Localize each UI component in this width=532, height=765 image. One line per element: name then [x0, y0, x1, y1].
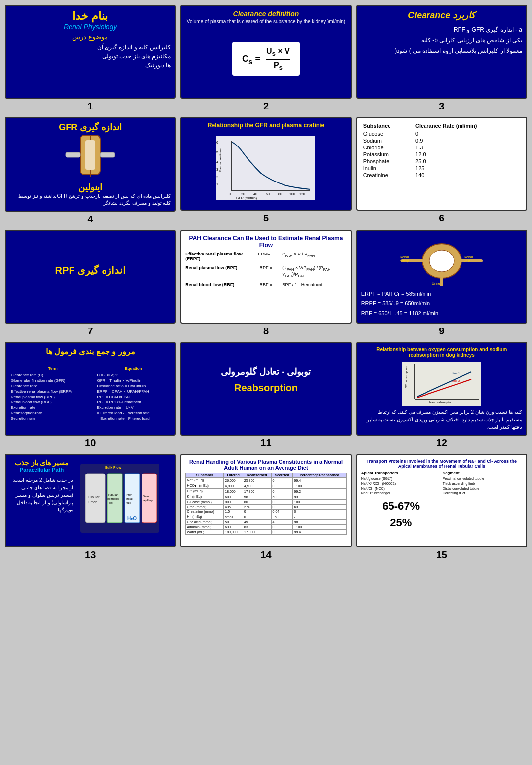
slide-10: مرور و جمع بندی فرمول ها Term Equation C… — [5, 342, 176, 436]
slide-7: اندازه گیری RPF — [5, 230, 176, 324]
slide-8-formula-2: (UPAH × V/PPAH) / (PPAH - VPAH)/PPAH — [282, 265, 347, 278]
slide-14-th-substance: Substance — [186, 473, 224, 478]
slide-6-col-substance: Substance — [361, 122, 413, 130]
list-item: Na⁺/K⁺/2Cl⁻ (NKCC2) — [361, 481, 441, 486]
svg-text:120: 120 — [299, 192, 305, 196]
slide-wrapper-15: Transport Proteins Involved in the Movem… — [356, 454, 527, 561]
slide-number-14: 14 — [180, 549, 351, 561]
slide-13-diagram: Tubular lumen Tubular epithelial cell In… — [75, 459, 171, 540]
svg-text:Renal: Renal — [400, 255, 409, 259]
slide-14-th-secreted: Secreted — [271, 473, 293, 478]
slide-6: Substance Clearance Rate (ml/min) Glucos… — [356, 117, 527, 211]
slide-2-denominator: Ps — [274, 60, 283, 71]
table-row: Glomerular filtration rate (GFR)GFR = Ti… — [10, 378, 171, 383]
slide-15-col-header-apical: Apical Transporters — [361, 471, 441, 475]
slide-number-15: 15 — [356, 549, 527, 561]
slide-15-left: Apical Transporters Na⁺/glucose (SGLT) N… — [361, 471, 441, 533]
slide-15-segment-list: Proximal convoluted tubule Thick ascendi… — [443, 476, 522, 496]
svg-text:Na+ reabsorption: Na+ reabsorption — [429, 401, 452, 404]
slide-8: PAH Clearance Can Be Used to Estimate Re… — [180, 230, 351, 324]
table-row: Water (mL)180,000179,000099.4 — [186, 530, 346, 535]
slide-13-subtitle: Paracellular Path — [10, 467, 73, 473]
svg-text:H₂O: H₂O — [127, 516, 137, 521]
slide-number-7: 7 — [5, 326, 176, 337]
svg-text:lumen: lumen — [88, 500, 97, 504]
svg-text:5: 5 — [216, 150, 218, 154]
svg-text:80: 80 — [278, 192, 282, 196]
slide-14-title: Renal Handling of Various Plasma Constit… — [185, 459, 346, 471]
slide-5-title: Relationship the GFR and plasma cratinie — [185, 122, 346, 129]
svg-text:3: 3 — [216, 168, 218, 171]
slide-1-subject: موضوع درس — [10, 34, 171, 41]
list-item: Na⁺/Cl⁻ (NCC) — [361, 486, 441, 491]
table-row: Inulin125 — [361, 165, 522, 172]
svg-text:GFR (ml/min): GFR (ml/min) — [236, 196, 257, 200]
svg-text:4: 4 — [216, 160, 218, 164]
slide-14: Renal Handling of Various Plasma Constit… — [180, 454, 351, 547]
slide-11-title: توبولی - تعادل گلومرولی — [185, 366, 346, 377]
table-row: Urea (mmol)435274063 — [186, 505, 346, 510]
svg-text:Line 2: Line 2 — [452, 379, 460, 382]
slide-number-8: 8 — [180, 326, 351, 337]
slide-8-row-3: Renal blood flow (RBF) RBF = RPF / 1 - H… — [185, 282, 346, 287]
svg-text:100: 100 — [289, 192, 295, 196]
slide-number-4: 4 — [5, 214, 176, 225]
slide-number-3: 3 — [356, 101, 527, 112]
slide-6-table: Substance Clearance Rate (ml/min) Glucos… — [361, 122, 522, 179]
slide-8-label-3: Renal blood flow (RBF) — [185, 282, 250, 287]
svg-text:artery: artery — [400, 259, 409, 263]
svg-text:cell: cell — [109, 501, 113, 504]
svg-rect-1 — [85, 140, 95, 170]
slide-2-numerator: Us × V — [266, 47, 290, 59]
slide-number-11: 11 — [180, 437, 351, 449]
slide-13-title: مسیر های باز جذب — [10, 459, 73, 467]
slide-12-svg: O2 consumption Na+ reabsorption Line 1 L… — [402, 362, 481, 406]
slide-number-12: 12 — [356, 437, 527, 449]
slide-wrapper-3: کاربرد Clearance a - اندازه گیری GFR و R… — [356, 5, 527, 112]
slide-8-eq-2: RPF = — [250, 265, 282, 270]
svg-text:Inter-: Inter- — [126, 493, 133, 496]
table-row: Sodium0.9 — [361, 137, 522, 144]
svg-text:Urine: Urine — [432, 282, 440, 285]
slide-10-table-area: Term Equation Clearance rate (C)C = (U×V… — [10, 356, 171, 431]
table-row: Potassium12.0 — [361, 151, 522, 158]
list-item: Thick ascending limb — [443, 481, 522, 486]
slide-8-formula-1: CPAH × V / PPAH — [282, 252, 347, 258]
table-row: Reabsorption rate= Filtered load - Excre… — [10, 410, 171, 416]
slide-6-col-clearance: Clearance Rate (ml/min) — [413, 122, 522, 130]
svg-text:20: 20 — [241, 192, 245, 196]
slide-3-title: کاربرد Clearance — [361, 10, 522, 21]
table-row: Renal blood flow (RBF)RBF = RPF/1-Hemato… — [10, 400, 171, 405]
slide-14-th-filtered: Filtered — [224, 473, 243, 478]
slide-number-2: 2 — [180, 101, 351, 112]
svg-text:Blood: Blood — [143, 495, 150, 498]
slide-9-svg: Renal artery Renal vein Urine — [397, 236, 486, 286]
svg-text:40: 40 — [253, 192, 257, 196]
slide-15-apical-list: Na⁺/glucose (SGLT) Na⁺/K⁺/2Cl⁻ (NKCC2) N… — [361, 476, 441, 496]
table-row: Excretion rateExcretion rate = U×V — [10, 405, 171, 410]
slide-number-13: 13 — [5, 549, 176, 561]
slide-wrapper-4: اندازه گیری GFR اینولین کلیرانس ماده ای … — [5, 117, 176, 225]
slide-8-label-2: Renal plasma flow (RPF) — [185, 265, 250, 270]
slide-4-body: کلیرانس ماده ای که پس از تصفیه بازجذب و … — [10, 193, 171, 207]
svg-text:Tubular: Tubular — [88, 495, 100, 499]
slide-15-pct-2: 25% — [361, 516, 441, 529]
slide-9-stat-3: RBF = 650/1- .45 = 1182 ml/min — [361, 309, 522, 319]
svg-text:Line 1: Line 1 — [452, 372, 460, 375]
slide-9-stat-1: ERPF = PAH Cr = 585ml/min — [361, 290, 522, 299]
slide-grid: بنام خدا Renal Physiology موضوع درس کلیر… — [5, 5, 527, 561]
slide-11: توبولی - تعادل گلومرولی Reabsorption — [180, 342, 351, 436]
table-row: Na⁺ (mEq)26,00025,850099.4 — [186, 478, 346, 483]
slide-wrapper-9: Renal artery Renal vein Urine ERPF = PAH… — [356, 230, 527, 337]
svg-text:vein: vein — [464, 259, 470, 263]
svg-rect-34 — [402, 362, 481, 406]
svg-text:epithelial: epithelial — [107, 497, 119, 500]
slide-3-body: a - اندازه گیری GFR و RPF یکی از شاخص ها… — [361, 25, 522, 57]
slide-wrapper-14: Renal Handling of Various Plasma Constit… — [180, 454, 351, 561]
table-row: Chloride1.3 — [361, 144, 522, 151]
slide-13-body: باز جذب شامل 2 مرحله است: از مجرا به فضا… — [10, 476, 73, 513]
slide-2-formula-area: Cs = Us × V Ps — [185, 24, 346, 94]
svg-text:1: 1 — [216, 182, 218, 186]
slide-8-content: Effective renal plasma flow (ERPF) ERPF … — [185, 252, 346, 291]
slide-10-th-eq: Equation — [96, 365, 171, 372]
